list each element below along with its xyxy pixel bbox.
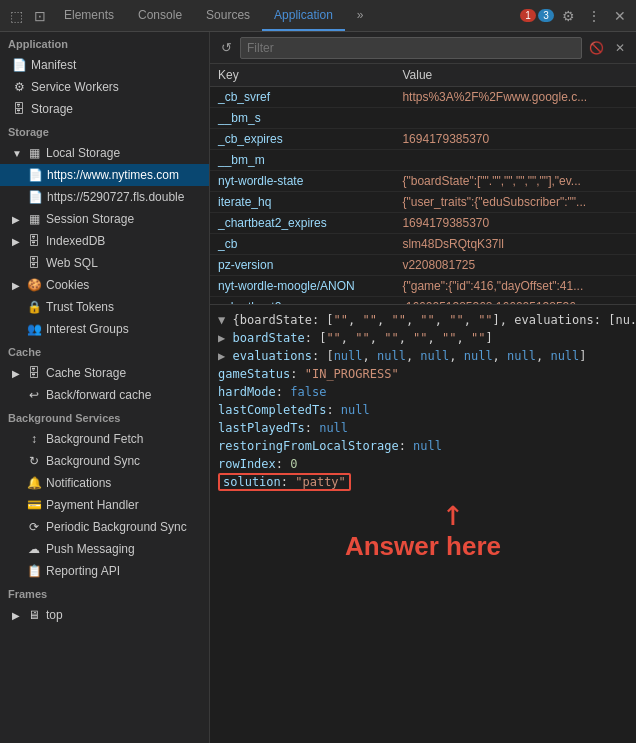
- sidebar-item-background-fetch[interactable]: ↕ Background Fetch: [0, 428, 209, 450]
- sidebar-item-cookies[interactable]: ▶ 🍪 Cookies: [0, 274, 209, 296]
- table-row[interactable]: _chartbeat2_expires1694179385370: [210, 213, 636, 234]
- service-workers-icon: ⚙: [12, 80, 26, 94]
- answer-label: Answer here: [218, 531, 628, 570]
- detail-line: ▶ evaluations: [null, null, null, null, …: [218, 347, 628, 365]
- expand-indexeddb-arrow: ▶: [12, 236, 22, 247]
- sidebar-item-nytimes-label: https://www.nytimes.com: [47, 168, 179, 182]
- tab-more[interactable]: »: [345, 0, 376, 31]
- sidebar-item-push-messaging[interactable]: ☁ Push Messaging: [0, 538, 209, 560]
- push-messaging-icon: ☁: [27, 542, 41, 556]
- tab-sources[interactable]: Sources: [194, 0, 262, 31]
- sidebar-item-interest-groups[interactable]: 👥 Interest Groups: [0, 318, 209, 340]
- table-row[interactable]: nyt-wordle-state{"boardState":[""."","",…: [210, 171, 636, 192]
- frames-top-icon: 🖥: [27, 608, 41, 622]
- sidebar-item-notifications-label: Notifications: [46, 476, 111, 490]
- sidebar-item-manifest[interactable]: 📄 Manifest: [0, 54, 209, 76]
- clear-icon[interactable]: ✕: [610, 41, 630, 55]
- sidebar-item-payment-handler[interactable]: 💳 Payment Handler: [0, 494, 209, 516]
- reporting-api-icon: 📋: [27, 564, 41, 578]
- sidebar-item-reporting-api[interactable]: 📋 Reporting API: [0, 560, 209, 582]
- sidebar-item-back-forward-cache[interactable]: ↩ Back/forward cache: [0, 384, 209, 406]
- sidebar-item-web-sql[interactable]: 🗄 Web SQL: [0, 252, 209, 274]
- refresh-icon[interactable]: ↺: [216, 40, 236, 55]
- detail-line: hardMode: false: [218, 383, 628, 401]
- tab-bar: Elements Console Sources Application »: [52, 0, 520, 31]
- table-row[interactable]: iterate_hq{"user_traits":{"eduSubscriber…: [210, 192, 636, 213]
- table-row[interactable]: _chartbeat2.1660051385368.166005138536..…: [210, 297, 636, 305]
- sidebar-item-cache-storage-label: Cache Storage: [46, 366, 126, 380]
- sidebar-item-trust-tokens[interactable]: 🔒 Trust Tokens: [0, 296, 209, 318]
- sidebar-item-periodic-bg-sync-label: Periodic Background Sync: [46, 520, 187, 534]
- notifications-icon: 🔔: [27, 476, 41, 490]
- manifest-icon: 📄: [12, 58, 26, 72]
- sidebar-item-nytimes[interactable]: 📄 https://www.nytimes.com: [0, 164, 209, 186]
- sidebar-item-service-workers[interactable]: ⚙ Service Workers: [0, 76, 209, 98]
- sidebar-item-periodic-bg-sync[interactable]: ⟳ Periodic Background Sync: [0, 516, 209, 538]
- sidebar-item-session-storage[interactable]: ▶ ▦ Session Storage: [0, 208, 209, 230]
- section-background-services: Background Services: [0, 406, 209, 428]
- table-row[interactable]: pz-versionv2208081725: [210, 255, 636, 276]
- sidebar-item-back-forward-cache-label: Back/forward cache: [46, 388, 151, 402]
- table-row[interactable]: __bm_s: [210, 108, 636, 129]
- sidebar-item-manifest-label: Manifest: [31, 58, 76, 72]
- sidebar-item-local-storage[interactable]: ▼ ▦ Local Storage: [0, 142, 209, 164]
- col-value: Value: [394, 64, 636, 87]
- expand-session-storage-arrow: ▶: [12, 214, 22, 225]
- sidebar-item-session-storage-label: Session Storage: [46, 212, 134, 226]
- section-frames: Frames: [0, 582, 209, 604]
- close-icon[interactable]: ✕: [608, 4, 632, 28]
- sidebar-item-notifications[interactable]: 🔔 Notifications: [0, 472, 209, 494]
- tab-console[interactable]: Console: [126, 0, 194, 31]
- sidebar-item-storage-label: Storage: [31, 102, 73, 116]
- trust-tokens-icon: 🔒: [27, 300, 41, 314]
- tab-application[interactable]: Application: [262, 0, 345, 31]
- error-badge: 1: [520, 9, 536, 22]
- settings-icon[interactable]: ⚙: [556, 4, 580, 28]
- pointer-icon[interactable]: ⬚: [4, 4, 28, 28]
- sidebar-item-background-fetch-label: Background Fetch: [46, 432, 143, 446]
- detail-line: restoringFromLocalStorage: null: [218, 437, 628, 455]
- sidebar-item-frames-top[interactable]: ▶ 🖥 top: [0, 604, 209, 626]
- table-row[interactable]: _cb_svrefhttps%3A%2F%2Fwww.google.c...: [210, 87, 636, 108]
- table-row[interactable]: _cb_expires1694179385370: [210, 129, 636, 150]
- sidebar-item-frames-top-label: top: [46, 608, 63, 622]
- storage-icon: 🗄: [12, 102, 26, 116]
- sidebar-item-indexeddb[interactable]: ▶ 🗄 IndexedDB: [0, 230, 209, 252]
- sidebar-item-interest-groups-label: Interest Groups: [46, 322, 129, 336]
- indexeddb-icon: 🗄: [27, 234, 41, 248]
- detail-line: solution: "patty": [218, 473, 628, 491]
- table-row[interactable]: __bm_m: [210, 150, 636, 171]
- sidebar-item-background-sync-label: Background Sync: [46, 454, 140, 468]
- main-content: Application 📄 Manifest ⚙ Service Workers…: [0, 32, 636, 743]
- background-fetch-icon: ↕: [27, 432, 41, 446]
- sidebar-item-background-sync[interactable]: ↻ Background Sync: [0, 450, 209, 472]
- sidebar-item-indexeddb-label: IndexedDB: [46, 234, 105, 248]
- expand-cookies-arrow: ▶: [12, 280, 22, 291]
- table-row[interactable]: _cbslm48DsRQtqK37ll: [210, 234, 636, 255]
- interest-groups-icon: 👥: [27, 322, 41, 336]
- top-toolbar: ⬚ ⊡ Elements Console Sources Application…: [0, 0, 636, 32]
- filter-input[interactable]: [240, 37, 582, 59]
- detail-line: lastPlayedTs: null: [218, 419, 628, 437]
- doubleclick-icon: 📄: [28, 190, 42, 204]
- tab-elements[interactable]: Elements: [52, 0, 126, 31]
- inspect-icon[interactable]: ⊡: [28, 4, 52, 28]
- sidebar-item-doubleclick[interactable]: 📄 https://5290727.fls.double: [0, 186, 209, 208]
- table-row[interactable]: nyt-wordle-moogle/ANON{"game":{"id":416,…: [210, 276, 636, 297]
- filter-bar: ↺ 🚫 ✕: [210, 32, 636, 64]
- more-icon[interactable]: ⋮: [582, 4, 606, 28]
- sidebar-item-cache-storage[interactable]: ▶ 🗄 Cache Storage: [0, 362, 209, 384]
- sidebar-item-payment-handler-label: Payment Handler: [46, 498, 139, 512]
- background-sync-icon: ↻: [27, 454, 41, 468]
- section-cache: Cache: [0, 340, 209, 362]
- expand-cache-storage-arrow: ▶: [12, 368, 22, 379]
- detail-summary: ▼ {boardState: ["", "", "", "", "", ""],…: [218, 311, 628, 329]
- sidebar-item-storage[interactable]: 🗄 Storage: [0, 98, 209, 120]
- sidebar-item-doubleclick-label: https://5290727.fls.double: [47, 190, 184, 204]
- toolbar-right: 1 3 ⚙ ⋮ ✕: [520, 4, 632, 28]
- right-panel: ↺ 🚫 ✕ Key Value _cb_svrefhttps%3A%2F%2Fw…: [210, 32, 636, 743]
- block-icon[interactable]: 🚫: [586, 41, 606, 55]
- section-application: Application: [0, 32, 209, 54]
- sidebar-item-reporting-api-label: Reporting API: [46, 564, 120, 578]
- detail-line: ▶ boardState: ["", "", "", "", "", ""]: [218, 329, 628, 347]
